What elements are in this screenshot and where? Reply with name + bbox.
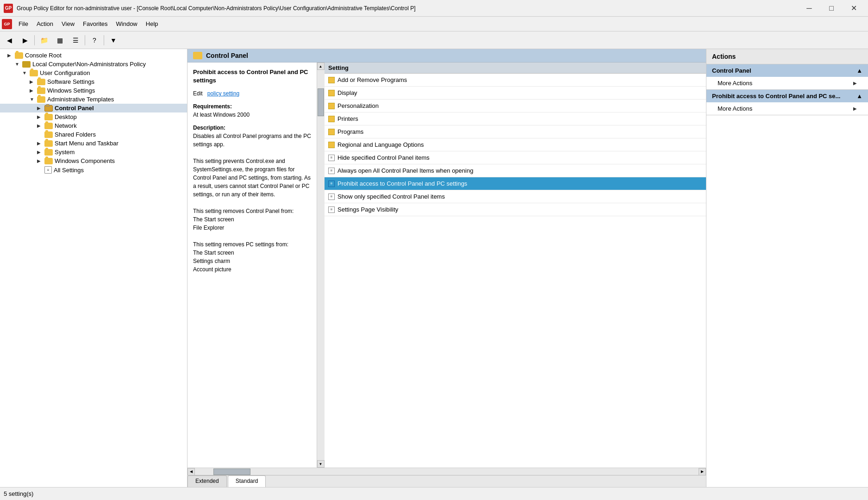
description-section: Description: Disables all Control Panel … [193,124,311,274]
setting-label-3: Printers [337,115,358,122]
desktop-folder-icon [44,114,53,120]
menu-favorites[interactable]: Favorites [79,19,111,29]
setting-page-visibility[interactable]: ≡ Settings Page Visibility [325,203,706,216]
requirements-label: Requirements: [193,103,232,110]
edit-label: Edit [193,90,203,97]
setting-policy-icon-10: ≡ [328,206,335,213]
setting-folder-icon-5 [328,142,335,148]
policy-setting-link[interactable]: policy setting [207,90,239,97]
help-button[interactable]: ? [87,33,102,47]
setting-personalization[interactable]: Personalization [325,100,706,112]
tree-windows-components[interactable]: ▶ Windows Components [0,156,187,165]
forward-button[interactable]: ▶ [18,33,32,47]
tree-system[interactable]: ▶ System [0,148,187,156]
actions-section-control-panel: Control Panel ▲ More Actions ▶ [706,64,868,90]
h-scroll-left-button[interactable]: ◀ [187,468,195,475]
menu-app-icon: GP [2,19,12,29]
actions-section-title-0[interactable]: Control Panel ▲ [706,64,868,77]
vertical-scrollbar[interactable]: ▲ ▼ [317,62,325,468]
setting-label-10: Settings Page Visibility [337,206,398,213]
middle-content: Prohibit access to Control Panel and PC … [187,62,706,468]
console-root-arrow: ▶ [7,53,15,58]
close-button[interactable]: ✕ [843,1,864,15]
menu-window[interactable]: Window [112,19,141,29]
back-button[interactable]: ◀ [2,33,17,47]
tree-shared-folders[interactable]: Shared Folders [0,130,187,139]
actions-more-actions-label-1: More Actions [718,105,752,112]
menu-help[interactable]: Help [142,19,162,29]
setting-policy-icon-8: ≡ [328,181,335,187]
setting-display[interactable]: Display [325,87,706,100]
control-panel-arrow: ▶ [37,106,44,111]
setting-prohibit-access[interactable]: ≡ Prohibit access to Control Panel and P… [325,177,706,190]
policy-node-icon [22,61,31,68]
actions-section-label-1: Prohibit access to Control Panel and PC … [712,93,840,100]
menu-action[interactable]: Action [33,19,57,29]
shared-folders-folder-icon [44,131,53,138]
setting-policy-icon-7: ≡ [328,168,335,174]
actions-header: Actions [706,49,868,64]
desktop-arrow: ▶ [37,114,44,119]
setting-always-open[interactable]: ≡ Always open All Control Panel Items wh… [325,164,706,177]
tree-policy-node[interactable]: ▼ Local Computer\Non-Administrators Poli… [0,60,187,69]
tree-all-settings[interactable]: ≡ All Settings [0,165,187,175]
menu-bar: GP File Action View Favorites Window Hel… [0,17,868,31]
horizontal-scrollbar[interactable]: ◀ ▶ [187,468,706,475]
actions-more-actions-1[interactable]: More Actions ▶ [706,102,868,115]
filter-button[interactable]: ▼ [106,33,121,47]
admin-templates-folder-icon [37,96,45,103]
setting-hide-specified[interactable]: ≡ Hide specified Control Panel items [325,151,706,164]
desc-title: Prohibit access to Control Panel and PC … [193,68,311,85]
tab-standard[interactable]: Standard [228,475,266,487]
software-settings-folder-icon [37,79,45,85]
tree-software-settings[interactable]: ▶ Software Settings [0,77,187,86]
windows-settings-arrow: ▶ [30,88,37,93]
network-label: Network [55,122,77,129]
settings-list-header: Setting [325,62,706,74]
tree-start-menu[interactable]: ▶ Start Menu and Taskbar [0,139,187,148]
actions-more-actions-0[interactable]: More Actions ▶ [706,77,868,89]
middle-header-title: Control Panel [206,52,248,59]
up-button[interactable]: 📁 [37,33,51,47]
windows-settings-label: Windows Settings [47,87,95,94]
h-scroll-right-button[interactable]: ▶ [699,468,706,475]
menu-view[interactable]: View [58,19,78,29]
tree-desktop[interactable]: ▶ Desktop [0,112,187,121]
scroll-up-button[interactable]: ▲ [317,62,325,70]
setting-add-remove[interactable]: Add or Remove Programs [325,74,706,87]
actions-section-title-1[interactable]: Prohibit access to Control Panel and PC … [706,90,868,102]
scroll-thumb[interactable] [318,88,324,116]
setting-show-only[interactable]: ≡ Show only specified Control Panel item… [325,190,706,203]
tree-network[interactable]: ▶ Network [0,121,187,130]
scroll-down-button[interactable]: ▼ [317,460,325,468]
maximize-button[interactable]: □ [821,1,842,15]
setting-label-0: Add or Remove Programs [337,76,407,83]
actions-section-label-0: Control Panel [712,67,751,74]
setting-label-9: Show only specified Control Panel items [337,193,445,200]
tree-user-config[interactable]: ▼ User Configuration [0,69,187,77]
setting-printers[interactable]: Printers [325,112,706,125]
setting-label-5: Regional and Language Options [337,141,424,148]
description-label: Description: [193,125,225,131]
setting-folder-icon-1 [328,90,335,96]
system-label: System [55,149,75,156]
tab-extended[interactable]: Extended [187,475,227,487]
minimize-button[interactable]: ─ [799,1,820,15]
scope-button[interactable]: ☰ [68,33,83,47]
network-arrow: ▶ [37,123,44,128]
tree-console-root[interactable]: ▶ Console Root [0,51,187,60]
setting-label-6: Hide specified Control Panel items [337,154,430,161]
admin-templates-label: Administrative Templates [47,96,114,103]
menu-file[interactable]: File [15,19,32,29]
setting-regional[interactable]: Regional and Language Options [325,138,706,151]
toolbar-separator-1 [34,35,35,45]
tree-admin-templates[interactable]: ▼ Administrative Templates [0,95,187,104]
tree-control-panel[interactable]: ▶ Control Panel [0,104,187,112]
tree-windows-settings[interactable]: ▶ Windows Settings [0,86,187,95]
show-hide-button[interactable]: ▦ [52,33,67,47]
desktop-label: Desktop [55,113,77,120]
requirements-section: Requirements: At least Windows 2000 [193,102,311,119]
main-layout: ▶ Console Root ▼ Local Computer\Non-Admi… [0,49,868,487]
h-scroll-thumb[interactable] [213,469,250,475]
setting-programs[interactable]: Programs [325,125,706,138]
